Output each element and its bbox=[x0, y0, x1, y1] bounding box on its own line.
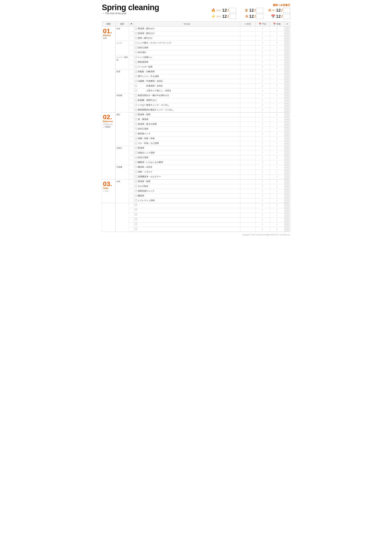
person-cell bbox=[240, 146, 255, 151]
todo-checkbox[interactable] bbox=[135, 90, 137, 92]
todo-checkbox[interactable] bbox=[135, 176, 137, 178]
todo-checkbox[interactable] bbox=[135, 171, 137, 173]
flag-cell bbox=[129, 184, 133, 189]
flag-cell bbox=[129, 122, 133, 127]
todo-checkbox[interactable] bbox=[135, 161, 137, 163]
todo-checkbox[interactable] bbox=[135, 94, 137, 96]
time-box bbox=[285, 60, 289, 64]
flag-cell bbox=[129, 46, 133, 50]
person-cell bbox=[240, 160, 255, 165]
time-box bbox=[285, 170, 289, 174]
slash-cell: / bbox=[255, 213, 270, 218]
time-box bbox=[285, 185, 289, 188]
slash-cell: / bbox=[255, 65, 270, 70]
todo-checkbox[interactable] bbox=[135, 75, 137, 77]
slash-cell: / bbox=[255, 165, 270, 170]
todo-checkbox[interactable] bbox=[135, 118, 137, 120]
table-row: トイレマット清掃// bbox=[102, 199, 290, 203]
todo-checkbox[interactable] bbox=[135, 42, 137, 44]
todo-cell: 冷蔵庫：中身整理・水拭き bbox=[133, 79, 240, 84]
time-cell bbox=[284, 160, 290, 165]
time-box bbox=[285, 108, 289, 112]
todo-text: 食器棚・扉雑巾がけ bbox=[138, 99, 157, 102]
time-cell bbox=[284, 79, 290, 84]
todo-checkbox[interactable] bbox=[135, 180, 137, 182]
todo-checkbox[interactable] bbox=[135, 152, 137, 154]
location-cell: 全体 bbox=[115, 27, 129, 41]
footer: Copyright © 2018 hacoskill All Rights Re… bbox=[102, 234, 290, 236]
todo-checkbox[interactable] bbox=[135, 157, 137, 158]
person-cell bbox=[240, 27, 255, 31]
todo-checkbox[interactable] bbox=[135, 199, 137, 201]
slash-cell: / bbox=[255, 84, 270, 89]
todo-checkbox[interactable] bbox=[135, 128, 137, 130]
table-row: 上部ホコリ落とし・水拭き// bbox=[102, 89, 290, 94]
time-cell bbox=[284, 132, 290, 137]
time-cell bbox=[284, 65, 290, 70]
todo-checkbox[interactable] bbox=[135, 137, 137, 139]
todo-checkbox[interactable] bbox=[135, 109, 137, 111]
todo-checkbox[interactable] bbox=[135, 47, 137, 49]
garbage-schedule: 最終ごみ収集日 🔥 カゼン 12 / 🗑 12 / ♻ bbox=[211, 3, 290, 19]
table-row: 01. Kitchen 台所全体壁清掃：雑巾がけ// bbox=[102, 27, 290, 31]
time-cell bbox=[284, 194, 290, 199]
flag-cell bbox=[129, 79, 133, 84]
todo-checkbox[interactable] bbox=[135, 218, 137, 220]
slash-cell: / bbox=[270, 84, 284, 89]
todo-checkbox[interactable] bbox=[135, 104, 137, 106]
todo-checkbox[interactable] bbox=[135, 123, 137, 125]
table-row: // bbox=[102, 203, 290, 208]
todo-checkbox[interactable] bbox=[135, 195, 137, 197]
category-cell bbox=[102, 203, 115, 232]
flag-cell bbox=[129, 36, 133, 41]
todo-checkbox[interactable] bbox=[135, 147, 137, 149]
todo-checkbox[interactable] bbox=[135, 114, 137, 115]
todo-checkbox[interactable] bbox=[135, 37, 137, 39]
th-todo: TO DO bbox=[133, 22, 240, 27]
time-cell bbox=[284, 55, 290, 60]
todo-checkbox[interactable] bbox=[135, 223, 137, 225]
table-row: 洗面台シンク清掃// bbox=[102, 151, 290, 156]
todo-checkbox[interactable] bbox=[135, 32, 137, 34]
todo-checkbox[interactable] bbox=[135, 209, 137, 211]
slash-cell: / bbox=[270, 98, 284, 103]
todo-text: シンク磨き→スプレーコーティング bbox=[138, 42, 171, 44]
flag-cell bbox=[129, 74, 133, 79]
todo-checkbox[interactable] bbox=[135, 66, 137, 68]
person-cell bbox=[240, 74, 255, 79]
todo-checkbox[interactable] bbox=[135, 185, 137, 187]
title-block: Spring cleaning The end of the year bbox=[102, 3, 159, 15]
flag-cell bbox=[129, 127, 133, 132]
flag-cell bbox=[129, 108, 133, 113]
todo-checkbox[interactable] bbox=[135, 85, 137, 87]
todo-cell: 排水口清掃 bbox=[133, 127, 240, 132]
table-row: 扉・溝清掃// bbox=[102, 117, 290, 122]
slash-cell: / bbox=[255, 203, 270, 208]
todo-checkbox[interactable] bbox=[135, 80, 137, 82]
todo-checkbox[interactable] bbox=[135, 56, 137, 58]
todo-checkbox[interactable] bbox=[135, 61, 137, 63]
time-box bbox=[285, 75, 289, 79]
time-cell bbox=[284, 170, 290, 175]
slash-cell: / bbox=[270, 65, 284, 70]
todo-checkbox[interactable] bbox=[135, 133, 137, 135]
todo-checkbox[interactable] bbox=[135, 71, 137, 72]
todo-checkbox[interactable] bbox=[135, 213, 137, 216]
todo-cell: カルキ除去 bbox=[133, 184, 240, 189]
todo-cell: 照明：雑巾がけ bbox=[133, 36, 240, 41]
time-cell bbox=[284, 46, 290, 50]
todo-checkbox[interactable] bbox=[135, 99, 137, 101]
slash-cell: / bbox=[255, 41, 270, 46]
todo-checkbox[interactable] bbox=[135, 204, 137, 206]
time-cell bbox=[284, 122, 290, 127]
todo-checkbox[interactable] bbox=[135, 190, 137, 192]
flag-cell bbox=[129, 194, 133, 199]
todo-checkbox[interactable] bbox=[135, 166, 137, 168]
todo-checkbox[interactable] bbox=[135, 142, 137, 144]
todo-checkbox[interactable] bbox=[135, 228, 137, 230]
todo-checkbox[interactable] bbox=[135, 28, 137, 30]
time-box bbox=[285, 89, 289, 93]
category-jp: 台所 bbox=[103, 37, 114, 40]
todo-checkbox[interactable] bbox=[135, 51, 137, 53]
person-cell bbox=[240, 98, 255, 103]
